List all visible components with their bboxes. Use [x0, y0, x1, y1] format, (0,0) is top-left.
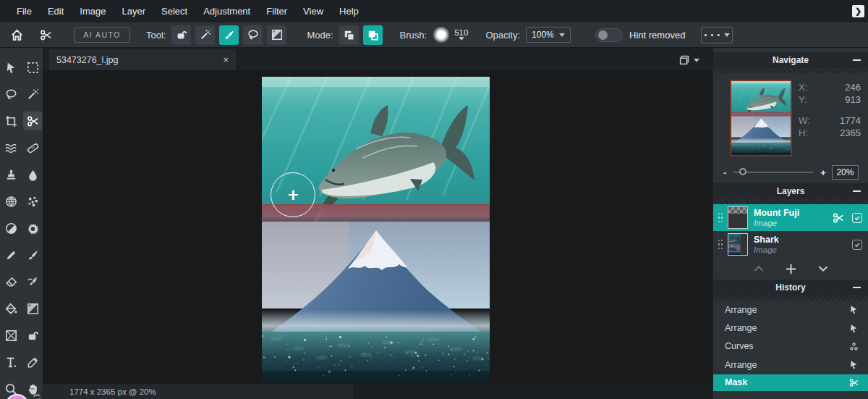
menu-select[interactable]: Select — [153, 6, 195, 17]
history-item-arrange-2[interactable]: Arrange — [713, 319, 868, 337]
navigate-header[interactable]: Navigate — [713, 52, 868, 68]
color-swatches — [0, 388, 43, 399]
crop-tool[interactable] — [1, 112, 20, 130]
toggle-knob — [598, 30, 608, 40]
layer-grip-handle[interactable] — [718, 213, 723, 223]
gradient-tool[interactable] — [23, 299, 42, 318]
history-item-mask[interactable]: Mask — [713, 374, 868, 391]
layer-row-mount-fuji[interactable]: Mount Fuji Image — [713, 204, 868, 231]
text-tool[interactable] — [1, 353, 20, 371]
zoom-slider-knob[interactable] — [739, 168, 746, 175]
marquee-tool[interactable] — [23, 58, 42, 77]
history-item-arrange-1[interactable]: Arrange — [713, 301, 868, 319]
navigate-thumbnail[interactable] — [730, 80, 792, 156]
expand-panel-button[interactable]: ❯ — [852, 5, 864, 17]
color-replace-tool[interactable] — [23, 272, 42, 291]
menu-image[interactable]: Image — [72, 6, 114, 17]
shape-tool[interactable] — [1, 326, 20, 345]
blur-tool[interactable] — [23, 165, 42, 184]
chevron-down-icon — [694, 59, 699, 62]
document-tab[interactable]: 53473276_l.jpg × — [49, 49, 236, 70]
brush-size-stepper[interactable]: 510 — [454, 29, 468, 41]
close-tab-icon[interactable]: × — [223, 54, 229, 65]
menu-layer[interactable]: Layer — [114, 6, 154, 17]
document-tab-bar: 53473276_l.jpg × — [43, 48, 712, 70]
mask-scissors-icon[interactable] — [832, 211, 845, 224]
layer-row-shark[interactable]: Shark Image — [713, 231, 868, 258]
cutout-tool-active[interactable] — [23, 112, 42, 130]
layers-header[interactable]: Layers — [713, 183, 868, 199]
collapse-icon[interactable] — [853, 287, 861, 288]
cutout-tool-icon[interactable] — [35, 28, 56, 42]
move-layer-down-icon[interactable] — [817, 262, 830, 275]
fill-tool[interactable] — [1, 299, 20, 318]
ai-auto-button[interactable]: AI AUTO — [74, 28, 130, 43]
smudge-tool[interactable] — [23, 326, 42, 345]
magic-cutout-button[interactable] — [195, 25, 215, 45]
collapse-icon[interactable] — [853, 190, 861, 192]
brush-label: Brush: — [400, 30, 427, 41]
sharpen-tool[interactable] — [23, 219, 42, 238]
canvas-area[interactable] — [43, 70, 712, 384]
tool-sidebar — [0, 48, 43, 399]
wand-tool[interactable] — [23, 85, 42, 104]
home-icon[interactable] — [6, 28, 27, 42]
more-options-button[interactable]: • • • — [701, 27, 733, 43]
mode-add-button[interactable] — [363, 25, 383, 45]
add-layer-icon[interactable] — [784, 262, 798, 276]
layer-grip-handle[interactable] — [718, 240, 723, 250]
menu-view[interactable]: View — [295, 6, 331, 17]
pixelate-tool[interactable] — [23, 192, 42, 211]
zoom-out-button[interactable]: - — [723, 167, 726, 178]
history-item-arrange-3[interactable]: Arrange — [713, 356, 868, 374]
draw-cutout-button[interactable] — [219, 25, 239, 45]
zoom-slider[interactable] — [733, 172, 813, 173]
clone-stamp-tool[interactable] — [1, 165, 20, 184]
shape-cutout-button[interactable] — [171, 25, 191, 45]
right-panel: Navigate X:246 Y:913 W:1774 H:2365 - + 2… — [712, 48, 868, 399]
menu-edit[interactable]: Edit — [40, 6, 72, 17]
zoom-level-field[interactable]: 20% — [832, 165, 859, 180]
window-list-button[interactable] — [678, 54, 699, 67]
history-item-curves[interactable]: Curves — [713, 337, 868, 356]
eyedropper-tool[interactable] — [23, 353, 42, 371]
collapse-icon[interactable] — [853, 59, 861, 61]
dodge-burn-tool[interactable] — [1, 219, 20, 238]
menu-adjustment[interactable]: Adjustment — [195, 6, 258, 17]
menu-filter[interactable]: Filter — [258, 6, 295, 17]
eraser-tool[interactable] — [1, 272, 20, 291]
layer-visibility-checkbox[interactable] — [852, 213, 862, 223]
lasso-cutout-button[interactable] — [243, 25, 263, 45]
layer-visibility-checkbox[interactable] — [852, 240, 862, 250]
mode-remove-button[interactable] — [339, 25, 359, 45]
hint-removed-toggle[interactable] — [595, 28, 623, 42]
history-header[interactable]: History — [713, 280, 868, 295]
move-layer-up-icon[interactable] — [752, 262, 765, 275]
arrange-icon — [848, 323, 859, 334]
zoom-in-button[interactable]: + — [820, 167, 826, 178]
h-value: 2365 — [840, 127, 861, 138]
lasso-tool[interactable] — [1, 85, 20, 104]
history-label: Arrange — [725, 305, 757, 315]
arrange-tool[interactable] — [1, 58, 20, 77]
pencil-tool[interactable] — [1, 245, 20, 264]
opacity-dropdown[interactable]: 100% — [526, 27, 571, 43]
x-value: 246 — [845, 82, 861, 93]
primary-color-swatch[interactable] — [5, 394, 29, 399]
menu-help[interactable]: Help — [331, 6, 367, 17]
hint-removed-label: Hint removed — [629, 30, 685, 41]
menu-file[interactable]: File — [9, 6, 40, 17]
swap-colors-icon[interactable] — [32, 392, 42, 399]
canvas-image[interactable] — [262, 77, 490, 382]
draw-tool[interactable] — [23, 245, 42, 264]
chevron-down-icon — [459, 37, 464, 41]
status-dimensions: 1774 x 2365 px @ 20% — [69, 387, 156, 396]
heal-tool[interactable] — [23, 138, 42, 157]
w-value: 1774 — [840, 115, 861, 126]
chevron-down-icon — [724, 33, 730, 37]
liquify-tool[interactable] — [1, 138, 20, 157]
brush-preview[interactable] — [433, 26, 450, 43]
layer-controls — [713, 258, 868, 280]
distort-tool[interactable] — [1, 192, 20, 211]
gradient-cutout-button[interactable] — [267, 25, 286, 45]
